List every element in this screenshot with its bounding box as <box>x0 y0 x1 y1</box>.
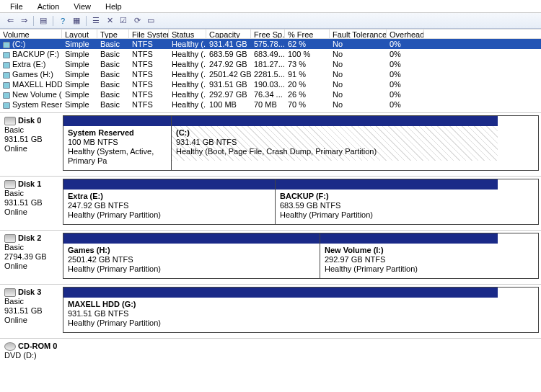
table-row[interactable]: BACKUP (F:)SimpleBasicNTFSHealthy (...68… <box>0 49 541 59</box>
partition-bar <box>63 179 275 190</box>
disk-type: Basic <box>4 297 58 306</box>
drive-icon <box>3 52 10 58</box>
table-row[interactable]: New Volume (I:)SimpleBasicNTFSHealthy (.… <box>0 89 541 99</box>
partition-status: Healthy (Primary Partition) <box>68 318 161 327</box>
disk-size: 931.51 GB <box>4 135 58 144</box>
partition-bar <box>63 288 498 298</box>
refresh-icon[interactable]: ⟳ <box>131 15 143 27</box>
drive-icon <box>3 92 10 99</box>
partition-sub: 292.97 GB NTFS <box>325 255 385 264</box>
partition[interactable]: MAXELL HDD (G:)931.51 GB NTFSHealthy (Pr… <box>63 288 498 332</box>
partition-title: (C:) <box>176 128 190 137</box>
menu-action[interactable]: Action <box>32 1 66 11</box>
drive-icon <box>3 102 10 109</box>
disk-id: Disk 1 <box>18 179 41 188</box>
column-headers: Volume Layout Type File System Status Ca… <box>0 29 541 39</box>
col-pctfree[interactable]: % Free <box>285 30 330 38</box>
partition-sub: 931.51 GB NTFS <box>68 309 128 318</box>
col-volume[interactable]: Volume <box>0 30 62 38</box>
partition-status: Healthy (System, Active, Primary Pa <box>68 147 154 165</box>
forward-icon[interactable]: ⇒ <box>18 15 30 27</box>
partition-sub: 247.92 GB NTFS <box>68 201 128 210</box>
partition-bar <box>276 179 498 190</box>
partition-title: BACKUP (F:) <box>280 192 329 200</box>
cdrom-label: DVD (D:) <box>4 351 58 360</box>
disk-type: Basic <box>4 243 58 252</box>
disk-icon <box>4 117 16 125</box>
table-row[interactable]: System ReservedSimpleBasicNTFSHealthy (.… <box>0 99 541 110</box>
partition-sub: 100 MB NTFS <box>68 138 118 146</box>
cdrom-row[interactable]: CD-ROM 0 DVD (D:) <box>0 338 541 363</box>
partition-status: Healthy (Primary Partition) <box>68 210 161 219</box>
disk-row[interactable]: Disk 0Basic931.51 GBOnlineSystem Reserve… <box>0 112 541 173</box>
partition[interactable]: Extra (E:)247.92 GB NTFSHealthy (Primary… <box>63 179 276 224</box>
col-fault[interactable]: Fault Tolerance <box>330 30 387 38</box>
delete-icon[interactable]: ✕ <box>104 15 115 27</box>
disk-row[interactable]: Disk 3Basic931.51 GBOnlineMAXELL HDD (G:… <box>0 284 541 335</box>
menu-help[interactable]: Help <box>100 1 128 11</box>
disk-icon <box>4 288 16 297</box>
partition-sub: 2501.42 GB NTFS <box>68 255 133 264</box>
cdrom-icon <box>4 342 16 351</box>
partition-title: Games (H:) <box>68 246 110 254</box>
disk-id: Disk 2 <box>18 233 41 242</box>
partition[interactable]: BACKUP (F:)683.59 GB NTFSHealthy (Primar… <box>276 179 498 224</box>
col-capacity[interactable]: Capacity <box>206 30 251 38</box>
col-overhead[interactable]: Overhead <box>387 30 424 38</box>
partition[interactable]: New Volume (I:)292.97 GB NTFSHealthy (Pr… <box>320 233 498 278</box>
table-row[interactable]: (C:)SimpleBasicNTFSHealthy (...931.41 GB… <box>0 39 541 49</box>
disk-type: Basic <box>4 189 58 198</box>
partition[interactable]: Games (H:)2501.42 GB NTFSHealthy (Primar… <box>63 233 320 278</box>
menu-view[interactable]: View <box>68 1 97 11</box>
disk-state: Online <box>4 144 58 153</box>
col-type[interactable]: Type <box>97 30 129 38</box>
disk-row[interactable]: Disk 1Basic931.51 GBOnlineExtra (E:)247.… <box>0 176 541 227</box>
menu-file[interactable]: File <box>4 1 29 11</box>
col-free[interactable]: Free Sp... <box>251 30 285 38</box>
disk-id: Disk 3 <box>18 288 41 296</box>
disk-icon <box>4 234 16 243</box>
toolbar: ⇐ ⇒ ▤ ? ▦ ☰ ✕ ☑ ⟳ ▭ <box>0 13 541 29</box>
layout2-icon[interactable]: ▦ <box>71 15 82 27</box>
disk-graphical: Disk 0Basic931.51 GBOnlineSystem Reserve… <box>0 112 541 335</box>
partition-status: Healthy (Primary Partition) <box>68 264 161 273</box>
list-icon[interactable]: ☰ <box>90 15 102 27</box>
disk-state: Online <box>4 208 58 217</box>
disk-row[interactable]: Disk 2Basic2794.39 GBOnlineGames (H:)250… <box>0 230 541 281</box>
view-icon[interactable]: ▭ <box>145 15 157 27</box>
help-icon[interactable]: ? <box>57 15 69 27</box>
partition[interactable]: (C:)931.41 GB NTFSHealthy (Boot, Page Fi… <box>172 116 498 170</box>
partition-bar <box>63 116 171 126</box>
partition-title: Extra (E:) <box>68 192 103 200</box>
menubar: File Action View Help <box>0 0 541 13</box>
partition[interactable]: System Reserved100 MB NTFSHealthy (Syste… <box>63 116 172 170</box>
partition-bar <box>63 233 320 244</box>
partition-status: Healthy (Primary Partition) <box>325 264 418 273</box>
disk-size: 931.51 GB <box>4 306 58 316</box>
disk-state: Online <box>4 262 58 271</box>
partition-sub: 931.41 GB NTFS <box>176 138 237 146</box>
partition-status: Healthy (Boot, Page File, Crash Dump, Pr… <box>176 147 377 156</box>
properties-icon[interactable]: ☑ <box>118 15 129 27</box>
drive-icon <box>3 72 10 79</box>
col-status[interactable]: Status <box>169 30 206 38</box>
partition-title: MAXELL HDD (G:) <box>68 300 136 308</box>
partition-sub: 683.59 GB NTFS <box>280 201 340 210</box>
table-row[interactable]: Games (H:)SimpleBasicNTFSHealthy (...250… <box>0 69 541 79</box>
cdrom-id: CD-ROM 0 <box>18 342 57 350</box>
disk-id: Disk 0 <box>18 116 41 125</box>
drive-icon <box>3 82 10 89</box>
col-layout[interactable]: Layout <box>62 30 97 38</box>
col-fs[interactable]: File System <box>129 30 169 38</box>
disk-icon <box>4 180 16 189</box>
disk-type: Basic <box>4 125 58 135</box>
disk-state: Online <box>4 316 58 325</box>
table-row[interactable]: Extra (E:)SimpleBasicNTFSHealthy (...247… <box>0 59 541 69</box>
drive-icon <box>3 42 10 48</box>
drive-icon <box>3 62 10 68</box>
layout-icon[interactable]: ▤ <box>38 15 49 27</box>
back-icon[interactable]: ⇐ <box>4 15 16 27</box>
table-row[interactable]: MAXELL HDD (...SimpleBasicNTFSHealthy (.… <box>0 79 541 89</box>
partition-title: New Volume (I:) <box>325 246 384 254</box>
partition-status: Healthy (Primary Partition) <box>280 210 373 219</box>
